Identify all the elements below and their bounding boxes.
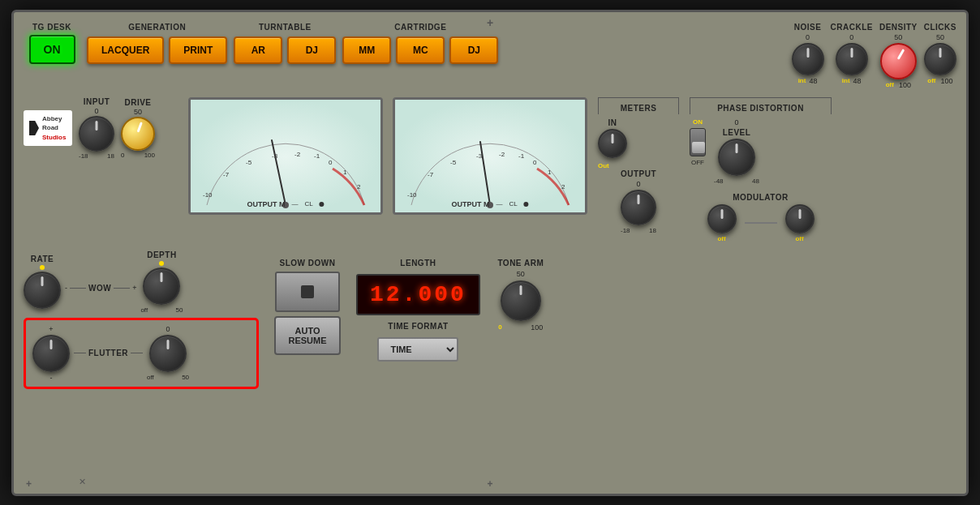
modulator-off-left: off <box>717 235 725 242</box>
noise-int-value: 48 <box>809 77 817 85</box>
rate-dot <box>40 265 45 270</box>
crackle-int-value: 48 <box>853 77 862 85</box>
clicks-max: 100 <box>940 77 952 85</box>
output-value: 0 <box>636 180 640 188</box>
clicks-knob[interactable] <box>924 43 956 75</box>
close-icon: ✕ <box>79 477 86 487</box>
flutter-rate-knob[interactable] <box>32 335 70 372</box>
modulator-label: MODULATOR <box>690 193 832 202</box>
depth-off: off <box>140 306 148 314</box>
drive-max: 100 <box>144 152 155 159</box>
bottom-center-plus: + <box>487 478 492 490</box>
input-knob[interactable] <box>79 116 114 152</box>
density-knob[interactable] <box>880 43 917 79</box>
dj-cartridge-button[interactable]: DJ <box>449 36 498 64</box>
drive-label: DRIVE <box>124 98 151 107</box>
svg-text:2: 2 <box>357 183 361 190</box>
on-button[interactable]: ON <box>29 35 75 64</box>
svg-text:0: 0 <box>533 159 537 166</box>
tone-arm-knob[interactable] <box>501 280 541 321</box>
flutter-label: FLUTTER <box>88 349 128 357</box>
drive-value: 50 <box>134 108 142 116</box>
abbey-line3: Studios <box>42 133 66 142</box>
clicks-value: 50 <box>936 33 944 41</box>
phase-distortion-label: PHASE DISTORTION <box>717 104 804 113</box>
lacquer-button[interactable]: LACQUER <box>87 36 164 64</box>
crackle-knob[interactable] <box>836 43 868 75</box>
dj-turntable-button[interactable]: DJ <box>287 36 336 64</box>
vu-right-cl: CL <box>509 200 517 208</box>
clicks-off-label: off <box>927 77 935 85</box>
density-value: 50 <box>894 33 902 41</box>
drive-knob[interactable] <box>121 117 155 151</box>
tone-arm-min: 0 <box>498 323 501 332</box>
rate-knob[interactable] <box>24 272 61 309</box>
svg-text:-5: -5 <box>246 159 252 166</box>
time-format-label: TIME FORMAT <box>388 322 448 331</box>
svg-text:-5: -5 <box>450 159 457 166</box>
vu-meter-left: -10 -7 -5 -3 -2 -1 0 1 2 <box>188 97 383 215</box>
tone-arm-value: 50 <box>517 270 525 278</box>
output-max: 18 <box>649 227 656 234</box>
mm-button[interactable]: MM <box>342 36 391 64</box>
auto-resume-button[interactable]: AUTORESUME <box>274 316 340 355</box>
wow-plus: + <box>132 284 136 292</box>
crackle-label: CRACKLE <box>831 23 873 32</box>
noise-int-label: int <box>798 77 806 85</box>
time-format-select[interactable]: TIME BARS SAMPLES <box>377 337 458 362</box>
meters-label: METERS <box>621 104 657 113</box>
svg-text:-10: -10 <box>203 191 213 199</box>
plugin-container: + TG DESK ON GENERATION LACQUER PRINT TU… <box>11 10 969 496</box>
meters-out-label: Out <box>598 162 609 169</box>
modulator-off-right: off <box>795 235 803 242</box>
mc-button[interactable]: MC <box>396 36 445 64</box>
svg-text:1: 1 <box>343 169 347 176</box>
length-label: LENGTH <box>400 259 436 267</box>
flutter-plus-left: + <box>49 325 53 333</box>
input-label: INPUT <box>84 97 110 106</box>
crackle-value: 0 <box>849 33 853 41</box>
svg-rect-0 <box>191 100 380 213</box>
svg-text:1: 1 <box>548 169 552 176</box>
meters-in-knob[interactable] <box>598 129 627 158</box>
slowdown-button[interactable] <box>275 272 340 312</box>
rate-label: RATE <box>31 255 54 263</box>
svg-rect-12 <box>395 100 585 213</box>
depth-knob[interactable] <box>143 267 180 305</box>
input-max: 18 <box>107 152 114 160</box>
phase-toggle[interactable] <box>690 128 706 156</box>
flutter-off: off <box>147 374 154 381</box>
tone-arm-label: TONE ARM <box>497 259 544 267</box>
svg-text:-1: -1 <box>314 152 320 160</box>
abbey-line2: Road <box>42 123 66 132</box>
abbey-line1: Abbey <box>42 114 66 123</box>
noise-knob[interactable] <box>792 43 824 75</box>
tg-desk-label: TG DESK <box>32 23 71 32</box>
depth-max: 50 <box>176 306 183 314</box>
svg-text:-7: -7 <box>223 171 230 178</box>
level-knob[interactable] <box>718 139 755 176</box>
print-button[interactable]: PRINT <box>169 36 227 64</box>
vu-meter-right: -10 -7 -5 -3 -2 -1 0 1 2 OUTPUT <box>393 97 587 215</box>
output-label: OUTPUT <box>621 169 656 178</box>
ar-button[interactable]: AR <box>234 36 282 64</box>
drive-min: 0 <box>121 152 124 159</box>
output-knob[interactable] <box>621 190 656 225</box>
phase-off-label: OFF <box>691 159 704 166</box>
svg-text:-2: -2 <box>294 151 301 158</box>
input-value: 0 <box>94 107 98 115</box>
generation-label: GENERATION <box>128 23 186 32</box>
flutter-depth-knob[interactable] <box>149 335 187 372</box>
tone-arm-max: 100 <box>531 323 543 332</box>
modulator-knob-right[interactable] <box>785 204 815 233</box>
depth-label: DEPTH <box>147 250 176 259</box>
slow-down-label: SLOW DOWN <box>280 259 336 267</box>
depth-dot <box>159 261 164 266</box>
modulator-knob-left[interactable] <box>707 204 737 233</box>
phase-on-label: ON <box>693 118 703 126</box>
vu-left-cl: CL <box>304 200 312 208</box>
phase-value: 0 <box>734 118 738 126</box>
svg-text:-7: -7 <box>428 171 434 178</box>
svg-text:0: 0 <box>329 159 333 166</box>
vu-left-label: OUTPUT M <box>247 200 285 208</box>
